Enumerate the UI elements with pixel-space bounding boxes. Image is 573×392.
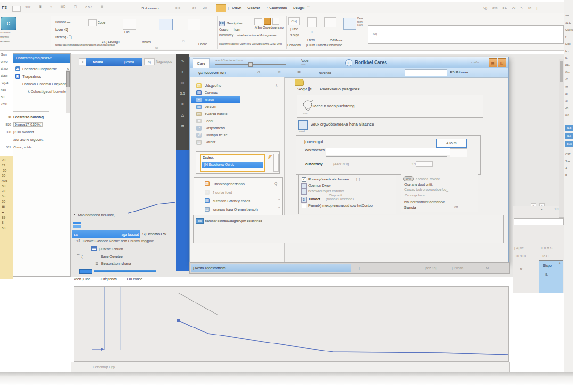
- dialog-toolbar-right-label[interactable]: rever as: [319, 71, 331, 75]
- ratio-icon[interactable]: 3:0: [203, 6, 207, 9]
- right-edge-token[interactable]: alb: [565, 14, 573, 17]
- steps-tick-icon[interactable]: ▲: [558, 261, 561, 264]
- hoen-label[interactable]: hoen: [234, 28, 240, 31]
- tree-item[interactable]: ▣ Thapeatnos 0: [13, 73, 71, 80]
- o3mnos-label[interactable]: O3Mnos: [330, 38, 343, 42]
- bottom-tab[interactable]: Cinq tonas: [101, 277, 117, 281]
- dialog-close-button[interactable]: ◫: [498, 58, 506, 67]
- titlebar-icon[interactable]: Ai: [512, 6, 515, 10]
- quickbar-icon[interactable]: 280': [25, 5, 30, 8]
- row-number-token[interactable]: 9n: [2, 195, 13, 198]
- right-edge-token[interactable]: E ,: [565, 49, 573, 52]
- row-number-token[interactable]: -O: [2, 189, 13, 193]
- tree-row[interactable]: 308 [2 Bo owondot .: [0, 128, 70, 136]
- row-number-token[interactable]: -20: [2, 169, 13, 172]
- feature-box-1[interactable]: ooo Caeee n ooen puefotetng: [297, 95, 483, 118]
- value-input[interactable]: [326, 148, 450, 155]
- titlebar-icon[interactable]: M: [528, 6, 531, 10]
- cluster-field[interactable]: [514, 218, 564, 225]
- statusbar-blue-segment[interactable]: | Nesta Tdeesrartbom: [191, 264, 351, 272]
- right-edge-chip[interactable]: ILB: [565, 125, 573, 131]
- geadgabes-label[interactable]: Geadgabes: [227, 22, 243, 25]
- cope-label[interactable]: Cope: [98, 21, 105, 24]
- strip-tool-icon[interactable]: △: [176, 112, 189, 118]
- app-menu-label[interactable]: F3: [2, 5, 7, 10]
- opt3-icon[interactable]: [301, 189, 307, 195]
- a8ml-label[interactable]: A 8ml Oove droena no: [255, 26, 284, 29]
- grid-big-icon[interactable]: [123, 19, 136, 30]
- right-edge-token[interactable]: 31 E: [565, 21, 573, 24]
- dialog-option-item[interactable]: ▥ lonaeoo foea Orenen berooh: [194, 205, 282, 213]
- quickbar-icon[interactable]: ≣: [100, 5, 103, 8]
- right-edge-token[interactable]: 3|: [565, 99, 573, 102]
- strip-tool-icon[interactable]: 3.5: [176, 90, 189, 97]
- tree-scrollbar-thumb[interactable]: [66, 71, 70, 87]
- highlight-swatch-icon[interactable]: [216, 4, 226, 12]
- dialog-toolbar-label[interactable]: ça ncseoem ron: [198, 70, 226, 75]
- right-edge-token[interactable]: -2: [565, 78, 573, 81]
- canvas-row-3[interactable]: ▬ [Jusene Lohuon: [91, 246, 123, 251]
- right-edge-token[interactable]: 5.: [565, 57, 573, 59]
- row-number-token[interactable]: ♣: [2, 211, 13, 214]
- canvas-row-4[interactable]: ⌒ ζ Sane Oeoetee: [76, 254, 123, 259]
- right-edge-token[interactable]: ▭: [565, 85, 573, 88]
- tree-row[interactable]: 951 Come, ocide: [0, 143, 70, 151]
- loiont-label[interactable]: [OIOnt: [306, 43, 315, 47]
- new-document-icon[interactable]: [12, 6, 21, 12]
- home-big-icon[interactable]: G: [1, 17, 16, 30]
- category-selected-row[interactable]: | N Scooforow Odrdc: [202, 162, 263, 168]
- ribbon-tab[interactable]: + Gaonnman: [266, 6, 286, 10]
- dialog-option-item[interactable]: H J oorbe foed: [194, 188, 282, 196]
- right-edge-token-2[interactable]: 3oe: [565, 160, 573, 163]
- ribbon-tab[interactable]: Deugni: [293, 6, 304, 10]
- quickbar-icon[interactable]: ▣: [39, 5, 41, 8]
- bottom-tab[interactable]: OH eoaoc: [127, 277, 142, 281]
- group1-row1[interactable]: Nooono —: [55, 20, 70, 24]
- titlebar-icon[interactable]: Q): [483, 6, 487, 10]
- grid-tool-icon[interactable]: ▣: [297, 70, 301, 74]
- dialog-search-box[interactable]: [405, 69, 447, 76]
- orange-grid-icon[interactable]: [264, 18, 271, 25]
- doc-titlebar[interactable]: Manha |Jesma: [86, 58, 142, 66]
- right-edge-chip[interactable]: ILo: [565, 133, 573, 139]
- quickbar-icon[interactable]: ▢: [74, 5, 77, 8]
- mini-stack-label[interactable]: Deve: [357, 17, 363, 20]
- right-edge-token[interactable]: f': [565, 35, 573, 38]
- strip-tool-icon[interactable]: ▤: [176, 80, 189, 86]
- row-number-token[interactable]: 20: [2, 158, 13, 162]
- dialog-sidebar-item[interactable]: ▤ bOards nebixo: [191, 110, 283, 117]
- dialog-sidebar-item[interactable]: ▪ knavn: [191, 96, 240, 103]
- opt2-icon[interactable]: [301, 183, 307, 189]
- window-split-icon[interactable]: [272, 18, 279, 25]
- vooe-label[interactable]: Vooe: [301, 59, 308, 62]
- titlebar-icon[interactable]: sЪ: [502, 6, 507, 10]
- right-edge-token[interactable]: Gro: [565, 71, 573, 74]
- grid-page-icon[interactable]: [324, 17, 336, 27]
- square-token[interactable]: □: [182, 40, 184, 43]
- doc-button[interactable]: a): [144, 58, 155, 65]
- titlebar-icon[interactable]: a%: [492, 6, 497, 10]
- wtrerheot-label[interactable]: wtrerheot ontonoe Motnoguames: [237, 34, 276, 37]
- lberd-label[interactable]: Lberd: [307, 38, 315, 41]
- preview-icon[interactable]: [343, 18, 356, 30]
- right-edge-token[interactable]: Jh: [565, 106, 573, 109]
- dialog-sidebar-item[interactable]: ↺ Coompa be ze: [191, 131, 283, 139]
- right-edge-token-2[interactable]: C9?: [565, 153, 573, 155]
- tree-item[interactable]: Ooroeon Cooemal Oagxadono <: [13, 80, 71, 88]
- dialog-sidebar-item[interactable]: ◔ Gasparmebs: [191, 124, 283, 131]
- right-edge-token[interactable]: o,n: [565, 114, 573, 116]
- ee-icon[interactable]: EE|: [219, 21, 225, 26]
- zoom-tool-icon[interactable]: G.: [257, 70, 261, 74]
- chart-area[interactable]: [74, 286, 509, 362]
- dialog-sidebar-item[interactable]: ▦ Corvnac: [191, 89, 283, 96]
- right-edge-token[interactable]: Dgg: [565, 42, 573, 45]
- mini-stack-label[interactable]: hewy: [357, 20, 363, 23]
- group1-row2[interactable]: bover ⌐5]: [55, 28, 68, 31]
- row-number-token[interactable]: 20: [2, 174, 13, 177]
- tree-row[interactable]: E50 Droeoe17-0.30%.]: [0, 121, 70, 128]
- quickbar-icon[interactable]: c 5,7: [85, 5, 92, 8]
- strip-tool-icon[interactable]: ∿: [176, 58, 189, 64]
- vaa-pill[interactable]: VAA: [403, 176, 414, 181]
- group1-row3[interactable]: Nfereog ⌐¯]: [55, 35, 72, 39]
- opt4-icon[interactable]: 3: [301, 197, 307, 203]
